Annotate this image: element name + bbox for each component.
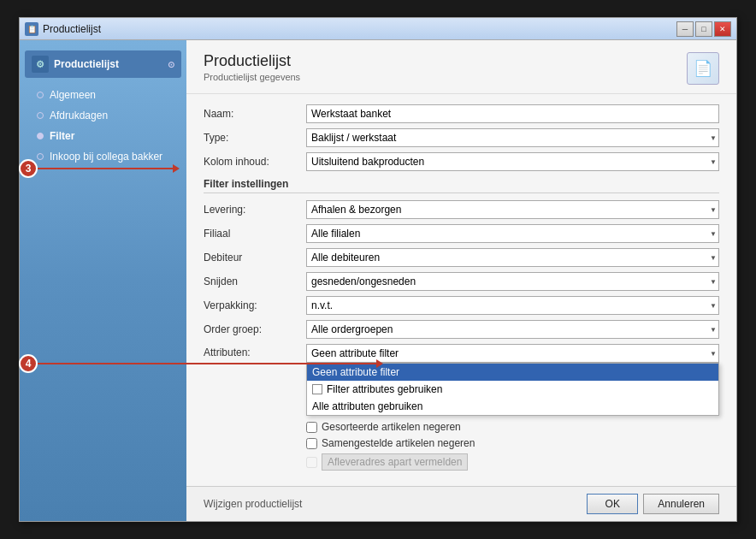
ok-button[interactable]: OK — [587, 494, 638, 514]
verpakking-select[interactable]: n.v.t. — [306, 296, 719, 315]
sidebar-item-filter[interactable]: Filter — [20, 126, 186, 146]
ordergroep-control: Alle ordergroepen ▼ — [306, 320, 719, 339]
titlebar: 📋 Productielijst ─ □ ✕ — [20, 18, 736, 40]
kolom-label: Kolom inhoud: — [204, 156, 306, 168]
kolom-control: Uitsluitend bakproducten ▼ — [306, 152, 719, 171]
sidebar-label-filter: Filter — [50, 130, 74, 142]
levering-label: Levering: — [204, 204, 306, 216]
kolom-select[interactable]: Uitsluitend bakproducten — [306, 152, 719, 171]
sidebar: ⚙ Productielijst ⊙ Algemeen Afdrukdagen — [20, 40, 186, 521]
kolom-row: Kolom inhoud: Uitsluitend bakproducten ▼ — [204, 152, 719, 171]
attributen-option-3-label: Alle attributen gebruiken — [312, 400, 422, 412]
verpakking-control: n.v.t. ▼ — [306, 296, 719, 315]
checkbox-gesorteerd[interactable] — [306, 422, 317, 433]
footer-text: Wijzigen productielijst — [204, 498, 302, 510]
annotation-3: 3 — [19, 159, 180, 178]
naam-control — [306, 104, 719, 123]
levering-row: Levering: Afhalen & bezorgen ▼ — [204, 200, 719, 219]
window-title: Productielijst — [43, 23, 676, 35]
sidebar-collapse-icon: ⊙ — [168, 60, 174, 69]
maximize-button[interactable]: □ — [695, 21, 712, 37]
debiteur-control: Alle debiteuren ▼ — [306, 248, 719, 267]
minimize-button[interactable]: ─ — [676, 21, 694, 37]
page-title: Productielijst — [204, 52, 300, 70]
filiaal-row: Filiaal Alle filialen ▼ — [204, 224, 719, 243]
window: 📋 Productielijst ─ □ ✕ ⚙ Productielijst … — [19, 17, 737, 522]
main-header: Productielijst Productielijst gegevens 📄 — [186, 40, 736, 94]
type-select-wrapper: Baklijst / werkstaat ▼ — [306, 128, 719, 147]
verpakking-select-wrapper: n.v.t. ▼ — [306, 296, 719, 315]
sidebar-header-icon: ⚙ — [32, 56, 49, 73]
sidebar-item-afdrukdagen[interactable]: Afdrukdagen — [20, 105, 186, 126]
main-icon: 📄 — [687, 52, 719, 85]
debiteur-label: Debiteur — [204, 252, 306, 264]
annotation-circle-4: 4 — [19, 354, 38, 373]
snijden-select-wrapper: gesneden/ongesneden ▼ — [306, 272, 719, 291]
sidebar-bullet-algemeen — [37, 92, 44, 98]
titlebar-buttons: ─ □ ✕ — [676, 21, 731, 37]
snijden-label: Snijden — [204, 275, 306, 287]
form-area: Naam: Type: Baklijst / werkstaat ▼ — [186, 94, 736, 486]
page-subtitle: Productielijst gegevens — [204, 72, 300, 82]
footer-buttons: OK Annuleren — [587, 494, 719, 514]
annotation-line-3 — [38, 168, 173, 169]
checkbox-aflever — [306, 457, 317, 468]
levering-select-wrapper: Afhalen & bezorgen ▼ — [306, 200, 719, 219]
sidebar-header-label: Productielijst — [54, 58, 168, 70]
ordergroep-select-wrapper: Alle ordergroepen ▼ — [306, 320, 719, 339]
kolom-select-wrapper: Uitsluitend bakproducten ▼ — [306, 152, 719, 171]
naam-label: Naam: — [204, 108, 306, 120]
sidebar-header[interactable]: ⚙ Productielijst ⊙ — [25, 50, 181, 78]
sidebar-bullet-filter — [37, 133, 44, 139]
window-icon: 📋 — [25, 22, 38, 36]
snijden-select[interactable]: gesneden/ongesneden — [306, 272, 719, 291]
naam-row: Naam: — [204, 104, 719, 123]
close-button[interactable]: ✕ — [714, 21, 731, 37]
ordergroep-label: Order groep: — [204, 323, 306, 335]
debiteur-select[interactable]: Alle debiteuren — [306, 248, 719, 267]
debiteur-row: Debiteur Alle debiteuren ▼ — [204, 248, 719, 267]
sidebar-items: Algemeen Afdrukdagen Filter Inkoop bij c… — [20, 81, 186, 170]
snijden-row: Snijden gesneden/ongesneden ▼ — [204, 272, 719, 291]
annotation-circle-3: 3 — [19, 159, 38, 178]
checkbox-gesorteerd-label: Gesorteerde artikelen negeren — [322, 421, 461, 433]
levering-control: Afhalen & bezorgen ▼ — [306, 200, 719, 219]
type-control: Baklijst / werkstaat ▼ — [306, 128, 719, 147]
filiaal-control: Alle filialen ▼ — [306, 224, 719, 243]
checkbox-samengesteld[interactable] — [306, 438, 317, 449]
annotation-line-4 — [38, 363, 376, 364]
checkbox-samengesteld-label: Samengestelde artikelen negeren — [322, 437, 475, 449]
attributen-option-2[interactable]: Filter attributes gebruiken — [307, 381, 718, 398]
sidebar-label-algemeen: Algemeen — [50, 89, 96, 101]
filter-section-title: Filter instellingen — [204, 178, 719, 193]
naam-input[interactable] — [306, 104, 719, 123]
main-panel: Productielijst Productielijst gegevens 📄… — [186, 40, 736, 521]
verpakking-row: Verpakking: n.v.t. ▼ — [204, 296, 719, 315]
footer: Wijzigen productielijst OK Annuleren — [186, 486, 736, 521]
filiaal-select[interactable]: Alle filialen — [306, 224, 719, 243]
snijden-control: gesneden/ongesneden ▼ — [306, 272, 719, 291]
attributen-option-2-label: Filter attributes gebruiken — [327, 383, 442, 395]
debiteur-select-wrapper: Alle debiteuren ▼ — [306, 248, 719, 267]
attributen-option-3[interactable]: Alle attributen gebruiken — [307, 398, 718, 415]
annotation-arrowhead-4 — [376, 359, 383, 368]
ordergroep-select[interactable]: Alle ordergroepen — [306, 320, 719, 339]
main-title-area: Productielijst Productielijst gegevens — [204, 52, 300, 82]
annuleren-button[interactable]: Annuleren — [643, 494, 719, 514]
verpakking-label: Verpakking: — [204, 299, 306, 311]
attributen-option-2-checkbox — [312, 384, 322, 394]
sidebar-bullet-afdrukdagen — [37, 112, 44, 119]
filiaal-select-wrapper: Alle filialen ▼ — [306, 224, 719, 243]
content-area: ⚙ Productielijst ⊙ Algemeen Afdrukdagen — [20, 40, 736, 521]
type-select[interactable]: Baklijst / werkstaat — [306, 128, 719, 147]
filiaal-label: Filiaal — [204, 228, 306, 240]
ordergroep-row: Order groep: Alle ordergroepen ▼ — [204, 320, 719, 339]
annotation-arrowhead-3 — [173, 164, 180, 173]
checkbox-aflever-label: Afleveradres apart vermelden — [322, 453, 468, 471]
levering-select[interactable]: Afhalen & bezorgen — [306, 200, 719, 219]
annotation-4: 4 — [19, 354, 383, 373]
type-row: Type: Baklijst / werkstaat ▼ — [204, 128, 719, 147]
checkbox-gesorteerd-row: Gesorteerde artikelen negeren — [204, 421, 719, 433]
type-label: Type: — [204, 132, 306, 144]
sidebar-item-algemeen[interactable]: Algemeen — [20, 85, 186, 105]
